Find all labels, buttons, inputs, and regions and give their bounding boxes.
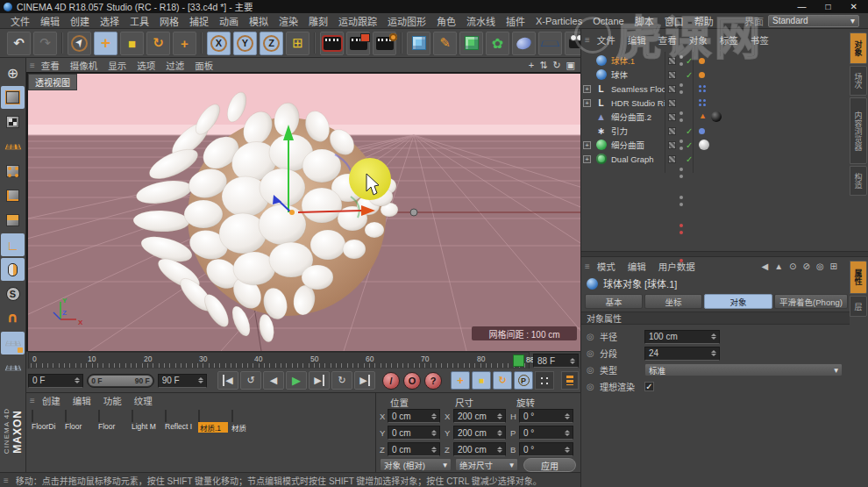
search-icon[interactable]: ⊙ bbox=[789, 261, 796, 271]
triangle-tag-icon[interactable]: ▲ bbox=[699, 111, 707, 120]
lock-y-axis-button[interactable]: Y bbox=[233, 32, 257, 55]
tab-basic[interactable]: 基本 bbox=[585, 294, 643, 309]
record-parameter-toggle[interactable]: P bbox=[514, 371, 533, 390]
object-row-subdivision[interactable]: + 细分曲面 ✓ bbox=[581, 138, 844, 152]
blue-dot-tag-icon[interactable] bbox=[699, 128, 705, 134]
frame-range-slider[interactable]: 0 F 90 F bbox=[87, 374, 153, 388]
spinner[interactable] bbox=[710, 333, 717, 340]
phong-tag-icon[interactable] bbox=[699, 58, 705, 64]
visibility-dots[interactable] bbox=[679, 55, 684, 66]
om-menu-file[interactable]: 文件 bbox=[592, 33, 621, 47]
object-row-gravity[interactable]: ∗ 引力 ✓ bbox=[581, 124, 844, 138]
phong-tag-icon[interactable] bbox=[699, 72, 705, 78]
perspective-viewport[interactable]: 透视视图 网格间距 : 100 cm Y Z X bbox=[26, 72, 580, 351]
visibility-dots[interactable] bbox=[679, 168, 684, 178]
edges-mode-button[interactable] bbox=[1, 184, 25, 207]
materials-menu-edit[interactable]: 编辑 bbox=[68, 394, 96, 407]
visibility-dots[interactable] bbox=[679, 196, 684, 206]
viewport-menu-options[interactable]: 选项 bbox=[132, 59, 160, 72]
popout-icon[interactable]: ⊞ bbox=[830, 261, 837, 271]
position-x-field[interactable]: 0 cm bbox=[388, 409, 440, 423]
maximize-button[interactable]: □ bbox=[826, 2, 831, 11]
menu-select[interactable]: 选择 bbox=[95, 14, 125, 28]
menu-file[interactable]: 文件 bbox=[5, 14, 35, 28]
menu-pipeline[interactable]: 流水线 bbox=[461, 14, 501, 28]
object-row-sphere[interactable]: 球体 ✓ bbox=[581, 68, 844, 82]
tab-layers[interactable]: 层 bbox=[850, 296, 867, 317]
viewport-menu-display[interactable]: 显示 bbox=[103, 59, 131, 72]
viewport-view-label[interactable]: 透视视图 bbox=[28, 74, 77, 90]
floor-button[interactable] bbox=[538, 32, 562, 55]
render-settings-button[interactable] bbox=[373, 32, 396, 55]
spinner[interactable] bbox=[569, 358, 576, 364]
tab-coordinates[interactable]: 坐标 bbox=[644, 294, 702, 309]
material-tile[interactable]: 材质 bbox=[231, 411, 261, 452]
expand-icon[interactable]: + bbox=[583, 85, 591, 93]
lock-z-axis-button[interactable]: Z bbox=[260, 32, 283, 55]
materials-menu-function[interactable]: 功能 bbox=[98, 394, 127, 407]
layer-color-box[interactable] bbox=[668, 71, 676, 79]
magnet-snap-button[interactable]: ∪ bbox=[1, 307, 25, 330]
size-z-field[interactable]: 200 cm bbox=[453, 442, 506, 456]
spinner[interactable] bbox=[74, 377, 81, 383]
play-reverse-loop-button[interactable]: ↺ bbox=[240, 371, 261, 390]
layer-color-box[interactable] bbox=[668, 155, 676, 163]
spinner[interactable] bbox=[710, 350, 717, 356]
previous-frame-button[interactable]: ◀ bbox=[263, 371, 284, 390]
tab-object[interactable]: 对象 bbox=[704, 294, 772, 309]
object-row-sphere1[interactable]: 球体.1 ✓ bbox=[581, 54, 844, 68]
expand-icon[interactable]: + bbox=[583, 141, 591, 149]
xpresso-tag-icon[interactable] bbox=[699, 85, 707, 93]
target-icon[interactable]: ◎ bbox=[816, 261, 824, 271]
start-frame-field[interactable]: 0 F bbox=[28, 374, 83, 388]
maximize-view-icon[interactable]: ▣ bbox=[566, 60, 575, 71]
type-dropdown[interactable]: 标准▾ bbox=[644, 363, 843, 376]
material-tag-icon[interactable] bbox=[711, 111, 722, 122]
render-perfect-checkbox[interactable]: ✓ bbox=[644, 382, 654, 391]
panel-splitter[interactable] bbox=[581, 251, 868, 257]
render-view-button[interactable] bbox=[320, 32, 344, 55]
timeline-ruler[interactable]: 0 10 20 30 40 50 60 70 80 88 bbox=[28, 352, 530, 369]
size-x-field[interactable]: 200 cm bbox=[453, 409, 506, 423]
position-mode-dropdown[interactable]: 对象 (相对)▾ bbox=[380, 458, 452, 471]
material-tile[interactable]: Floor bbox=[98, 411, 128, 452]
polygons-mode-button[interactable] bbox=[1, 209, 25, 232]
radius-field[interactable]: 100 cm bbox=[644, 330, 720, 344]
menu-simulate[interactable]: 模拟 bbox=[244, 14, 274, 28]
attr-menu-mode[interactable]: 模式 bbox=[592, 260, 621, 273]
timeline-playhead[interactable] bbox=[513, 355, 524, 367]
viewport-menu-view[interactable]: 查看 bbox=[37, 59, 64, 72]
size-y-field[interactable]: 200 cm bbox=[453, 426, 506, 440]
viewport-menu-cameras[interactable]: 摄像机 bbox=[66, 59, 103, 72]
rotate-view-icon[interactable]: ↻ bbox=[552, 60, 560, 71]
menu-octane[interactable]: Octane bbox=[587, 16, 629, 26]
lock-icon[interactable]: ⊘ bbox=[802, 261, 809, 271]
layer-color-box[interactable] bbox=[668, 113, 676, 121]
axis-mode-button[interactable]: ∟ bbox=[1, 233, 25, 256]
workplane-mode-button[interactable] bbox=[1, 135, 25, 158]
menu-tools[interactable]: 工具 bbox=[125, 14, 154, 28]
material-tile[interactable]: FloorDi bbox=[32, 411, 61, 452]
position-y-field[interactable]: 0 cm bbox=[388, 426, 440, 440]
menu-render[interactable]: 渲染 bbox=[274, 14, 303, 28]
om-menu-edit[interactable]: 编辑 bbox=[623, 33, 651, 47]
menu-mograph[interactable]: 运动图形 bbox=[382, 14, 431, 28]
autokeying-button[interactable]: O bbox=[403, 372, 421, 390]
om-menu-tags[interactable]: 标签 bbox=[715, 33, 743, 47]
points-mode-button[interactable] bbox=[1, 160, 25, 183]
minimize-button[interactable]: — bbox=[798, 2, 807, 11]
layout-dropdown[interactable]: Standard ▾ bbox=[768, 15, 859, 27]
menu-create[interactable]: 创建 bbox=[65, 14, 95, 28]
tab-takes[interactable]: 场次 bbox=[850, 66, 867, 96]
zoom-view-icon[interactable]: ⇅ bbox=[539, 60, 547, 71]
metaball-button[interactable] bbox=[512, 32, 536, 55]
tab-phong[interactable]: 平滑着色(Phong) bbox=[774, 294, 848, 309]
record-pla-button[interactable] bbox=[535, 371, 554, 390]
menu-character[interactable]: 角色 bbox=[431, 14, 461, 28]
viewport-menu-panel[interactable]: 面板 bbox=[190, 59, 217, 72]
next-frame-button[interactable]: ▶ bbox=[309, 371, 330, 390]
spinner[interactable] bbox=[197, 377, 204, 383]
texture-mode-button[interactable] bbox=[1, 111, 25, 133]
lock-x-axis-button[interactable]: X bbox=[207, 32, 231, 55]
goto-end-button[interactable]: ▶ bbox=[354, 371, 375, 390]
